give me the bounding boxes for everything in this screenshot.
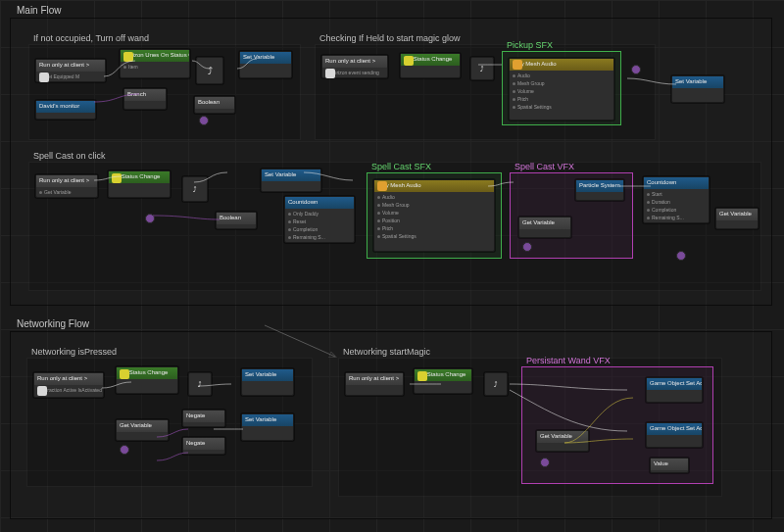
node-gameobj-setactive-2[interactable]: Game Object Set Active — [646, 422, 703, 448]
doc-icon — [325, 69, 335, 78]
speaker-icon — [377, 181, 387, 191]
node-get-variable-sm[interactable]: Run only at client > — [345, 372, 404, 396]
graph-canvas[interactable]: { "sections": { "main": { "title": "Main… — [0, 0, 784, 532]
node-get-variable[interactable]: Run only at client > Get Variable — [35, 174, 98, 198]
group-title: Pickup SFX — [507, 40, 553, 50]
group-title: Spell Cast VFX — [514, 162, 574, 171]
port: Audio — [377, 194, 491, 201]
node-split[interactable]: ⤴ — [188, 372, 212, 396]
group-spell-cast-vfx[interactable]: Spell Cast VFX Particle System Get Varia… — [510, 172, 633, 259]
group-pickup-sfx[interactable]: Pickup SFX Play Mesh Audio Audio Mesh Gr… — [502, 51, 621, 125]
node-header: Get Variable — [117, 420, 168, 432]
node-header: Run only at client > — [322, 56, 387, 68]
node-split[interactable]: ⤴ — [484, 372, 508, 396]
node-header: Countdown — [644, 177, 709, 189]
port: Mesh Group — [513, 80, 611, 87]
node-set-variable-end[interactable]: Get Variable — [715, 208, 759, 229]
node-header: Boolean — [217, 213, 256, 224]
value-dot[interactable] — [676, 251, 686, 261]
node-negate-2[interactable]: Negate — [182, 437, 225, 455]
group-title: Networking isPressed — [31, 347, 117, 357]
section-title: Networking Flow — [17, 318, 89, 329]
node-set-variable-net-b[interactable]: Set Variable — [241, 413, 294, 441]
value-dot[interactable] — [120, 445, 129, 455]
node-isactivated[interactable]: Run only at client > Interaction Active … — [33, 372, 104, 398]
node-particle-system[interactable]: Particle System — [575, 179, 624, 201]
node-header: Play Mesh Audio — [374, 180, 494, 192]
node-header: David's monitor — [36, 101, 95, 113]
port: Item — [123, 64, 186, 71]
node-split[interactable]: ⤴ — [182, 176, 208, 202]
node-split[interactable]: ⤴ — [196, 57, 223, 84]
node-gameobj-setactive-1[interactable]: Game Object Set Active — [646, 377, 703, 403]
node-on-status-change-4[interactable]: On Status Change — [116, 366, 178, 394]
value-dot[interactable] — [145, 214, 155, 223]
node-header: Get Variable — [716, 209, 758, 220]
speaker-icon — [513, 60, 522, 70]
node-branch[interactable]: Branch — [123, 88, 167, 110]
bolt-icon — [120, 369, 129, 379]
value-dot[interactable] — [199, 116, 209, 125]
node-on-status-change-5[interactable]: On Status Change — [414, 368, 472, 394]
group-spell-cast[interactable]: Spell Cast on click Run only at client >… — [28, 162, 761, 291]
group-networking-ispressed[interactable]: Networking isPressed Run only at client … — [26, 358, 313, 487]
node-davids-monitor[interactable]: David's monitor — [35, 100, 96, 120]
node-on-status-change-2[interactable]: On Status Change — [400, 53, 461, 78]
bolt-icon — [123, 52, 133, 62]
node-header: Countdown — [285, 197, 354, 209]
port: Pitch — [377, 225, 491, 232]
node-set-variable-2[interactable]: Set Variable — [671, 75, 724, 103]
node-set-variable-net-a[interactable]: Set Variable — [241, 368, 294, 396]
node-play-mesh-audio-2[interactable]: Play Mesh Audio Audio Mesh Group Volume … — [373, 179, 495, 252]
node-on-status-change[interactable]: Horizon Unes On Status Change Item — [120, 49, 190, 78]
node-header: Play Mesh Audio — [510, 59, 613, 71]
port: Remaining S... — [647, 215, 706, 221]
node-header: Set Variable — [262, 169, 320, 181]
doc-icon — [39, 73, 49, 82]
node-boolean[interactable]: Boolean — [194, 96, 235, 114]
port: Reset — [288, 218, 351, 225]
group-spell-cast-sfx[interactable]: Spell Cast SFX Play Mesh Audio Audio Mes… — [367, 172, 502, 259]
node-header: Game Object Set Active — [647, 423, 702, 435]
node-header: Boolean — [195, 97, 234, 109]
group-networking-startmagic[interactable]: Networking startMagic Run only at client… — [338, 358, 722, 497]
group-title: Checking If Held to start magic glow — [319, 33, 461, 43]
bolt-icon — [404, 56, 414, 66]
group-title: If not occupied, Turn off wand — [33, 33, 149, 43]
node-value[interactable]: Value — [650, 458, 689, 473]
node-get-variable-p[interactable]: Get Variable — [536, 430, 589, 452]
node-get-variable-np[interactable]: Get Variable — [116, 419, 169, 441]
port: Start — [647, 191, 706, 198]
bolt-icon — [417, 371, 427, 381]
group-title: Persistant Wand VFX — [526, 356, 611, 365]
node-play-mesh-audio[interactable]: Play Mesh Audio Audio Mesh Group Volume … — [509, 58, 614, 121]
node-set-variable-3[interactable]: Set Variable — [261, 169, 321, 192]
node-on-status-change-3[interactable]: On Status Change — [108, 170, 171, 198]
port: Mesh Group — [377, 202, 491, 209]
node-set-variable[interactable]: Set Variable — [239, 51, 292, 78]
value-dot[interactable] — [631, 65, 641, 74]
value-dot[interactable] — [522, 242, 532, 252]
port: Duration — [647, 199, 706, 206]
port: Completion — [647, 207, 706, 214]
group-persistant-vfx[interactable]: Persistant Wand VFX Game Object Set Acti… — [521, 366, 713, 484]
node-get-equipped[interactable]: Run only at client > Get Equipped M — [35, 59, 106, 82]
group-turn-off-wand[interactable]: If not occupied, Turn off wand Run only … — [28, 44, 301, 140]
node-countdown[interactable]: Countdown Only Daddy Reset Completion Re… — [284, 196, 355, 243]
node-header: Run only at client > — [36, 175, 97, 187]
node-negate-1[interactable]: Negate — [182, 410, 225, 427]
node-header: Negate — [183, 438, 224, 450]
node-split[interactable]: ⤴ — [470, 57, 494, 80]
port: Volume — [513, 88, 611, 95]
value-dot[interactable] — [540, 458, 550, 467]
node-countdown-2[interactable]: Countdown Start Duration Completion Rema… — [643, 176, 710, 223]
node-header: Set Variable — [242, 414, 293, 426]
node-horizon-event[interactable]: Run only at client > Horizon event sendi… — [321, 55, 388, 78]
node-header: Branch — [124, 89, 166, 101]
group-check-held[interactable]: Checking If Held to start magic glow Run… — [315, 44, 656, 140]
node-get-variable-vfx[interactable]: Get Variable — [518, 217, 571, 238]
group-title: Spell Cast SFX — [371, 162, 431, 171]
node-boolean-2[interactable]: Boolean — [216, 212, 257, 229]
port: Get Variable — [39, 189, 94, 196]
node-header: Run only at client > — [34, 373, 103, 385]
